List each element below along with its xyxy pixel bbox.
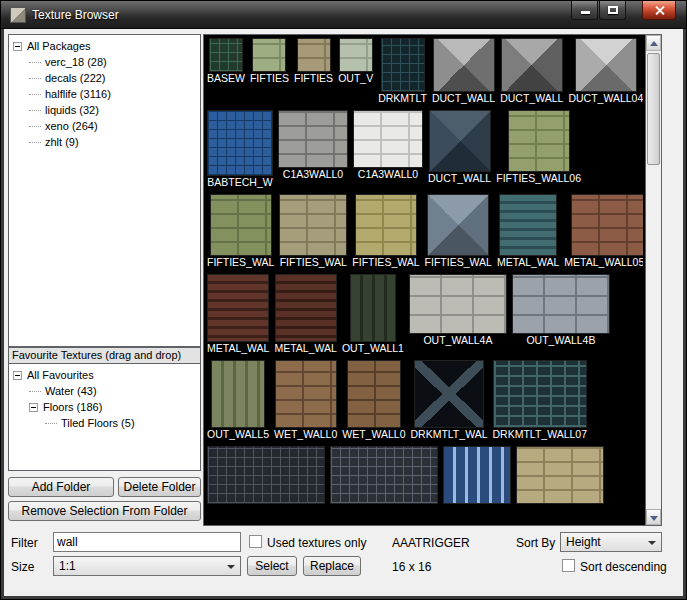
texture-thumbnail[interactable]: [347, 360, 401, 428]
texture-scrollbar[interactable]: [645, 35, 661, 525]
texture-item[interactable]: FIFTIES_WAL: [279, 194, 347, 269]
tree-item[interactable]: Tiled Floors (5): [9, 415, 200, 431]
texture-thumbnail[interactable]: [429, 110, 491, 172]
texture-thumbnail[interactable]: [275, 274, 337, 342]
texture-thumbnail[interactable]: [355, 194, 417, 256]
remove-selection-button[interactable]: Remove Selection From Folder: [8, 501, 201, 521]
tree-item[interactable]: Floors (186): [9, 399, 200, 415]
tree-item[interactable]: verc_18 (28): [9, 54, 200, 70]
scroll-down-button[interactable]: [646, 509, 661, 525]
texture-item[interactable]: OUT_WALL4A: [409, 274, 507, 347]
select-button[interactable]: Select: [247, 556, 297, 576]
tree-item[interactable]: All Packages: [9, 38, 200, 54]
texture-item[interactable]: METAL_WAL: [274, 274, 336, 355]
texture-thumbnail[interactable]: [207, 274, 269, 342]
texture-item[interactable]: OUT_V: [338, 38, 373, 85]
texture-thumbnail[interactable]: [499, 194, 557, 256]
maximize-button[interactable]: [599, 1, 626, 20]
texture-item[interactable]: FIFTIES_WAL: [425, 194, 492, 269]
texture-thumbnail[interactable]: [207, 110, 273, 176]
texture-item[interactable]: WET_WALL0: [274, 360, 337, 441]
texture-item[interactable]: FIFTIES_WAL: [207, 194, 274, 269]
texture-thumbnail[interactable]: [427, 194, 489, 256]
texture-thumbnail[interactable]: [414, 360, 484, 428]
texture-thumbnail[interactable]: [252, 38, 286, 72]
tree-item[interactable]: liquids (32): [9, 102, 200, 118]
texture-item[interactable]: DRKMTLT_WALL07: [493, 360, 588, 441]
texture-item[interactable]: DRKMTLT: [378, 38, 427, 105]
texture-item[interactable]: C1A3WALL0: [353, 110, 423, 181]
texture-thumbnail[interactable]: [571, 194, 643, 256]
sort-descending-checkbox[interactable]: [562, 559, 575, 572]
texture-thumbnail[interactable]: [433, 38, 495, 92]
tree-item[interactable]: All Favourites: [9, 367, 200, 383]
texture-item[interactable]: OUT_WALL1: [342, 274, 404, 355]
texture-item[interactable]: OUT_WALL4B: [512, 274, 610, 347]
texture-thumbnail[interactable]: [297, 38, 331, 72]
close-button[interactable]: [642, 1, 676, 20]
texture-item[interactable]: [330, 446, 438, 504]
texture-item[interactable]: FIFTIES: [250, 38, 289, 85]
tree-item[interactable]: Water (43): [9, 383, 200, 399]
texture-thumbnail[interactable]: [443, 446, 511, 504]
texture-thumbnail[interactable]: [275, 360, 337, 428]
tree-item[interactable]: xeno (264): [9, 118, 200, 134]
texture-thumbnail[interactable]: [353, 110, 423, 168]
texture-item[interactable]: BASEW: [207, 38, 245, 85]
collapse-icon[interactable]: [13, 42, 22, 51]
texture-thumbnail[interactable]: [209, 38, 243, 72]
texture-item[interactable]: METAL_WAL: [497, 194, 559, 269]
texture-thumbnail[interactable]: [279, 194, 347, 256]
titlebar[interactable]: Texture Browser: [1, 1, 686, 29]
texture-item[interactable]: OUT_WALL5: [207, 360, 269, 441]
texture-thumbnail[interactable]: [512, 274, 610, 334]
texture-browser-grid-area[interactable]: BASEWFIFTIESFIFTIESOUT_VDRKMTLTDUCT_WALL…: [203, 34, 662, 526]
texture-thumbnail[interactable]: [350, 274, 396, 342]
texture-item[interactable]: WET_WALL0: [342, 360, 405, 441]
texture-item[interactable]: DUCT_WALL: [432, 38, 495, 105]
replace-button[interactable]: Replace: [303, 556, 361, 576]
texture-thumbnail[interactable]: [339, 38, 373, 72]
packages-tree[interactable]: All Packagesverc_18 (28)decals (222)half…: [8, 34, 201, 347]
texture-thumbnail[interactable]: [508, 110, 570, 172]
texture-thumbnail[interactable]: [493, 360, 587, 428]
texture-item[interactable]: DUCT_WALL04: [568, 38, 643, 105]
texture-item[interactable]: FIFTIES_WAL: [352, 194, 419, 269]
texture-item[interactable]: DUCT_WALL: [428, 110, 491, 185]
scroll-up-button[interactable]: [646, 35, 661, 51]
size-dropdown[interactable]: 1:1: [53, 556, 241, 576]
favourites-tree[interactable]: All FavouritesWater (43)Floors (186)Tile…: [8, 363, 201, 471]
collapse-icon[interactable]: [29, 403, 38, 412]
texture-item[interactable]: FIFTIES: [294, 38, 333, 85]
texture-thumbnail[interactable]: [501, 38, 563, 92]
texture-item[interactable]: DUCT_WALL: [500, 38, 563, 105]
texture-item[interactable]: DRKMTLT_WAL: [410, 360, 487, 441]
texture-item[interactable]: [207, 446, 325, 504]
tree-item[interactable]: zhlt (9): [9, 134, 200, 150]
texture-item[interactable]: C1A3WALL0: [278, 110, 348, 181]
texture-item[interactable]: [443, 446, 511, 504]
texture-thumbnail[interactable]: [575, 38, 637, 92]
delete-folder-button[interactable]: Delete Folder: [118, 477, 201, 497]
texture-item[interactable]: METAL_WALL05B: [564, 194, 643, 269]
scrollbar-thumb[interactable]: [647, 53, 660, 165]
add-folder-button[interactable]: Add Folder: [8, 477, 114, 497]
texture-thumbnail[interactable]: [211, 360, 265, 428]
texture-item[interactable]: FIFTIES_WALL06: [496, 110, 581, 185]
texture-item[interactable]: BABTECH_W: [207, 110, 273, 189]
texture-thumbnail[interactable]: [278, 110, 348, 168]
tree-item[interactable]: halflife (3116): [9, 86, 200, 102]
texture-thumbnail[interactable]: [516, 446, 604, 504]
collapse-icon[interactable]: [13, 371, 22, 380]
texture-thumbnail[interactable]: [210, 194, 272, 256]
filter-input[interactable]: [53, 532, 241, 552]
sort-by-dropdown[interactable]: Height: [560, 532, 662, 552]
texture-thumbnail[interactable]: [409, 274, 507, 334]
tree-item[interactable]: decals (222): [9, 70, 200, 86]
texture-thumbnail[interactable]: [207, 446, 325, 504]
minimize-button[interactable]: [571, 1, 598, 20]
texture-item[interactable]: [516, 446, 604, 504]
texture-thumbnail[interactable]: [381, 38, 425, 92]
texture-item[interactable]: METAL_WAL: [207, 274, 269, 355]
texture-thumbnail[interactable]: [330, 446, 438, 504]
